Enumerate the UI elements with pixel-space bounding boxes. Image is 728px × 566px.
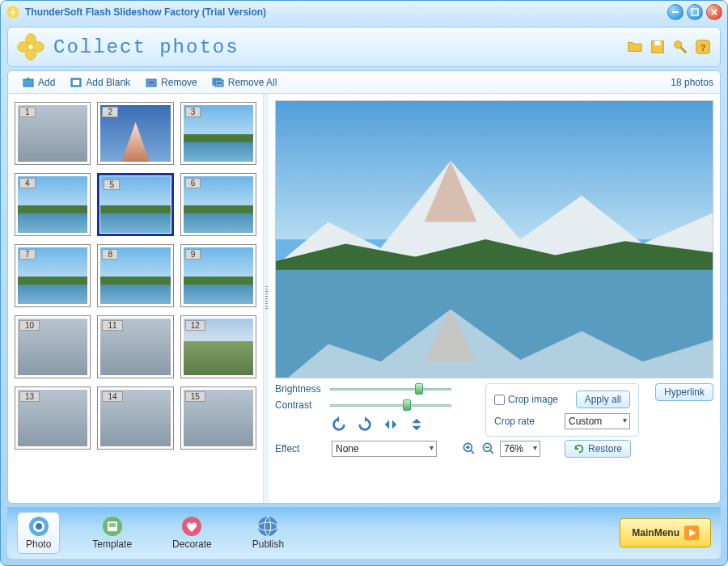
close-button[interactable] xyxy=(706,4,722,20)
thumbnail-panel: 123456789101112131415 xyxy=(8,94,264,503)
thumbnail-10[interactable]: 10 xyxy=(15,315,91,378)
crop-image-label: Crop image xyxy=(508,394,558,405)
thumb-toolbar: Add Add Blank Remove Remove All 18 photo… xyxy=(8,71,720,94)
maximize-button[interactable] xyxy=(687,4,703,20)
folder-icon[interactable] xyxy=(626,38,644,56)
thumbnail-1[interactable]: 1 xyxy=(15,102,91,165)
contrast-slider[interactable] xyxy=(330,399,451,411)
add-label: Add xyxy=(38,77,55,88)
brightness-slider[interactable] xyxy=(330,383,451,395)
minimize-button[interactable] xyxy=(667,4,684,20)
thumbnail-4[interactable]: 4 xyxy=(15,173,91,236)
restore-button[interactable]: Restore xyxy=(565,440,631,458)
help-icon[interactable]: ? xyxy=(694,38,712,56)
flip-vertical-icon[interactable] xyxy=(408,416,425,433)
decorate-icon xyxy=(181,516,202,537)
window-controls xyxy=(667,4,722,20)
thumbnail-number: 14 xyxy=(102,391,122,402)
template-icon xyxy=(102,516,123,537)
main-menu-button[interactable]: MainMenu xyxy=(620,518,711,547)
tab-template[interactable]: Template xyxy=(84,513,140,553)
main-split: 123456789101112131415 xyxy=(8,94,720,503)
thumbnail-number: 2 xyxy=(102,107,118,117)
tab-publish-label: Publish xyxy=(252,539,284,550)
page-title: Collect photos xyxy=(53,36,626,58)
rotate-right-icon[interactable] xyxy=(356,416,374,433)
thumbnail-12[interactable]: 12 xyxy=(180,315,256,378)
brightness-label: Brightness xyxy=(275,383,324,395)
svg-point-7 xyxy=(28,44,33,49)
thumbnail-3[interactable]: 3 xyxy=(180,102,256,165)
thumbnail-7[interactable]: 7 xyxy=(15,244,91,307)
plus-icon xyxy=(22,76,35,89)
key-icon[interactable] xyxy=(671,38,689,56)
thumbnail-number: 11 xyxy=(102,320,122,331)
remove-all-button[interactable]: Remove All xyxy=(205,74,285,91)
tab-template-label: Template xyxy=(92,539,132,550)
thumbnail-number: 7 xyxy=(19,249,36,260)
thumbnail-14[interactable]: 14 xyxy=(97,386,173,450)
tab-photo[interactable]: Photo xyxy=(17,512,60,554)
zoom-in-icon[interactable] xyxy=(461,441,477,457)
tab-decorate[interactable]: Decorate xyxy=(164,513,220,553)
svg-point-31 xyxy=(36,523,42,530)
thumbnail-number: 15 xyxy=(185,391,205,402)
remove-all-label: Remove All xyxy=(228,77,277,88)
zoom-out-icon[interactable] xyxy=(480,441,497,457)
svg-rect-9 xyxy=(654,41,660,46)
crop-rate-label: Crop rate xyxy=(494,416,558,427)
hyperlink-button[interactable]: Hyperlink xyxy=(655,383,713,401)
svg-rect-15 xyxy=(73,80,79,85)
header-icons: ? xyxy=(626,38,712,56)
header-bar: Collect photos ? xyxy=(7,27,721,67)
thumbnail-number: 10 xyxy=(19,320,40,331)
svg-point-36 xyxy=(258,517,277,536)
thumbnail-5[interactable]: 5 xyxy=(97,173,173,236)
thumbnail-scroll[interactable]: 123456789101112131415 xyxy=(11,99,260,498)
restore-icon xyxy=(574,443,585,454)
save-icon[interactable] xyxy=(649,38,667,56)
main-menu-label: MainMenu xyxy=(632,527,679,539)
svg-rect-2 xyxy=(692,9,698,15)
tab-photo-label: Photo xyxy=(26,539,51,550)
zoom-select[interactable]: 76% xyxy=(500,441,540,457)
preview-image xyxy=(275,100,713,378)
publish-icon xyxy=(257,516,278,537)
thumbnail-number: 9 xyxy=(185,249,201,260)
svg-text:?: ? xyxy=(700,43,706,53)
photo-count: 18 photos xyxy=(671,77,713,88)
remove-all-icon xyxy=(212,76,225,89)
remove-label: Remove xyxy=(161,77,197,88)
add-button[interactable]: Add xyxy=(15,74,62,91)
thumbnail-number: 3 xyxy=(185,107,201,117)
bottom-nav: Photo Template Decorate Publish MainMenu xyxy=(7,507,721,559)
thumbnail-number: 5 xyxy=(104,180,120,190)
add-blank-button[interactable]: Add Blank xyxy=(62,74,138,91)
app-icon xyxy=(6,5,20,19)
thumbnail-11[interactable]: 11 xyxy=(97,315,173,378)
thumbnail-8[interactable]: 8 xyxy=(97,244,173,307)
thumbnail-number: 13 xyxy=(19,391,40,402)
add-blank-label: Add Blank xyxy=(86,77,130,88)
svg-rect-1 xyxy=(672,11,679,13)
thumbnail-13[interactable]: 13 xyxy=(15,386,91,450)
svg-rect-34 xyxy=(109,523,116,527)
crop-rate-select[interactable]: Custom xyxy=(565,413,630,429)
thumbnail-15[interactable]: 15 xyxy=(180,386,256,450)
photo-icon xyxy=(28,516,49,537)
flip-horizontal-icon[interactable] xyxy=(382,416,400,433)
crop-checkbox-input[interactable] xyxy=(494,395,505,405)
effect-select[interactable]: None xyxy=(332,441,437,457)
thumbnail-number: 12 xyxy=(185,320,205,331)
rotate-left-icon[interactable] xyxy=(330,416,348,433)
thumbnail-6[interactable]: 6 xyxy=(180,173,256,236)
crop-image-checkbox[interactable]: Crop image xyxy=(494,394,558,405)
remove-button[interactable]: Remove xyxy=(138,74,205,91)
thumbnail-9[interactable]: 9 xyxy=(180,244,256,307)
thumbnail-number: 6 xyxy=(185,178,201,188)
thumbnail-grid: 123456789101112131415 xyxy=(11,99,260,453)
thumbnail-2[interactable]: 2 xyxy=(97,102,173,165)
apply-all-button[interactable]: Apply all xyxy=(576,391,630,408)
tab-publish[interactable]: Publish xyxy=(244,513,292,553)
app-window: ThunderSoft Flash Slideshow Factory (Tri… xyxy=(0,0,728,566)
